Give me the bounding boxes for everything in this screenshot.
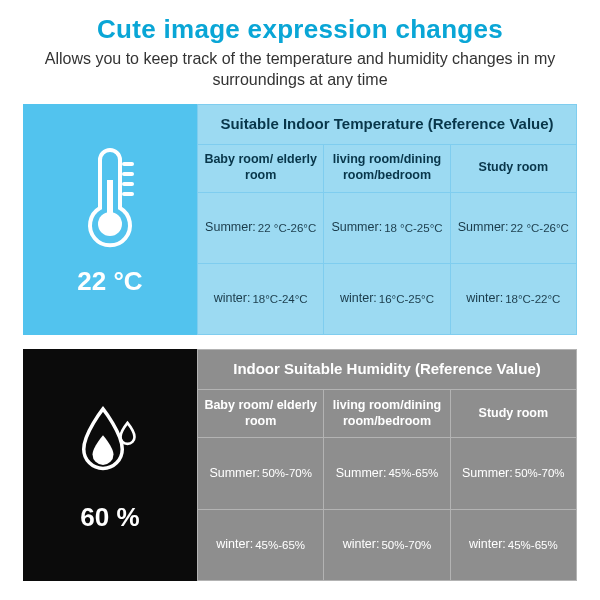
- humidity-table-title: Indoor Suitable Humidity (Reference Valu…: [198, 350, 577, 390]
- humidity-reading: 60 %: [80, 502, 139, 533]
- temperature-cell: Summer:22 °C-26°C: [198, 193, 324, 264]
- droplet-icon: [75, 398, 145, 488]
- temperature-reading: 22 °C: [77, 266, 142, 297]
- temperature-cell: winter:18°C-24°C: [198, 264, 324, 335]
- temperature-reading-block: 22 °C: [23, 104, 197, 336]
- humidity-cell: winter:50%-70%: [324, 510, 450, 581]
- humidity-col-0: Baby room/ elderly room: [198, 390, 324, 438]
- humidity-col-1: living room/dining room/bedroom: [324, 390, 450, 438]
- temperature-col-0: Baby room/ elderly room: [198, 145, 324, 193]
- page-subtitle: Allows you to keep track of the temperat…: [40, 49, 560, 91]
- humidity-panel: 60 % Indoor Suitable Humidity (Reference…: [22, 348, 578, 582]
- humidity-col-2: Study room: [451, 390, 577, 438]
- humidity-table: Indoor Suitable Humidity (Reference Valu…: [197, 349, 577, 581]
- humidity-reading-block: 60 %: [23, 349, 197, 581]
- thermometer-icon: [75, 142, 145, 252]
- temperature-table-title: Suitable Indoor Temperature (Reference V…: [198, 105, 577, 145]
- temperature-grid: Suitable Indoor Temperature (Reference V…: [197, 104, 577, 336]
- svg-rect-1: [107, 180, 113, 220]
- temperature-col-1: living room/dining room/bedroom: [324, 145, 450, 193]
- page-title: Cute image expression changes: [22, 14, 578, 45]
- temperature-cell: Summer:18 °C-25°C: [324, 193, 450, 264]
- humidity-cell: winter:45%-65%: [198, 510, 324, 581]
- humidity-cell: Summer:50%-70%: [198, 438, 324, 509]
- temperature-cell: winter:18°C-22°C: [451, 264, 577, 335]
- temperature-table: Suitable Indoor Temperature (Reference V…: [197, 104, 577, 336]
- temperature-cell: Summer:22 °C-26°C: [451, 193, 577, 264]
- temperature-panel: 22 °C Suitable Indoor Temperature (Refer…: [22, 103, 578, 337]
- humidity-cell: winter:45%-65%: [451, 510, 577, 581]
- humidity-cell: Summer:45%-65%: [324, 438, 450, 509]
- humidity-grid: Indoor Suitable Humidity (Reference Valu…: [197, 349, 577, 581]
- humidity-cell: Summer:50%-70%: [451, 438, 577, 509]
- temperature-col-2: Study room: [451, 145, 577, 193]
- temperature-cell: winter:16°C-25°C: [324, 264, 450, 335]
- page: Cute image expression changes Allows you…: [0, 0, 600, 600]
